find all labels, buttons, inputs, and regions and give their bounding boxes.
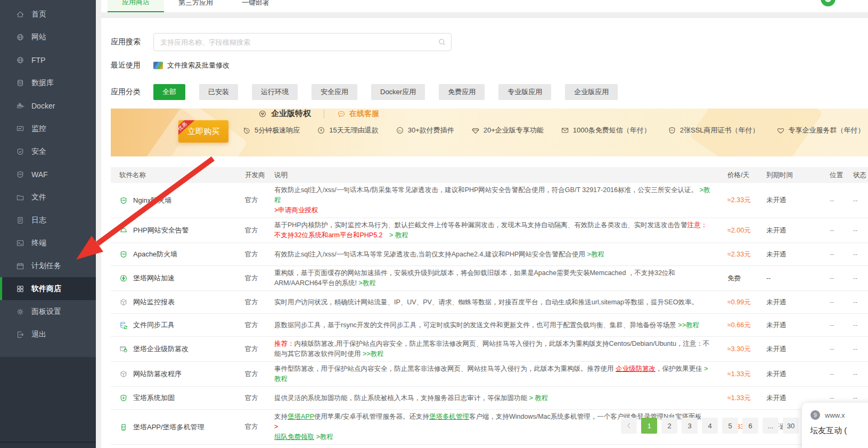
app-name[interactable]: 堡塔企业级防篡改 — [111, 344, 245, 354]
category-button-6[interactable]: 专业版应用 — [498, 84, 551, 100]
sidebar-item-security[interactable]: 安全 — [0, 140, 96, 163]
tab-app-store[interactable]: 应用商店 — [108, 0, 164, 12]
sidebar-item-logout[interactable]: 退出 — [0, 323, 96, 346]
recent-app-name: 文件搜索及批量修改 — [167, 61, 230, 70]
page-button-4[interactable]: 4 — [702, 418, 718, 434]
sidebar-item-docker[interactable]: Docker — [0, 94, 96, 117]
app-expire: 未开通 — [758, 250, 821, 259]
clock-bolt-icon — [242, 126, 251, 135]
page-button-3[interactable]: 3 — [682, 418, 698, 434]
desc-link[interactable]: 推荐： — [274, 340, 294, 347]
desc-link[interactable]: >教程 — [316, 433, 333, 441]
buy-now-button[interactable]: 优惠 立即购买 — [178, 120, 228, 143]
desc-link[interactable]: >>教程 — [363, 350, 384, 358]
desc-link[interactable]: 堡塔APP — [288, 413, 314, 420]
desc-link[interactable]: 企业级防篡改 — [616, 365, 656, 372]
app-status: -- — [845, 370, 868, 378]
page-button-6[interactable]: 6 — [742, 418, 758, 434]
page-button-5[interactable]: 5 — [722, 418, 738, 434]
page-button-30[interactable]: 30 — [783, 418, 799, 434]
category-button-1[interactable]: 已安装 — [199, 84, 238, 100]
desc-link[interactable]: > — [274, 423, 278, 430]
perk-label: 1000条免费短信（年付） — [573, 126, 651, 135]
diamond-icon — [471, 126, 480, 135]
desc-link[interactable]: >>教程 — [678, 321, 699, 329]
category-button-3[interactable]: 安全应用 — [312, 84, 357, 100]
desc-link[interactable]: >教程 — [358, 279, 375, 287]
sidebar-item-site[interactable]: 网站 — [0, 26, 96, 48]
app-name[interactable]: WAFNginx防火墙 — [111, 196, 245, 205]
app-expire: 未开通 — [758, 298, 821, 307]
privilege-badge-icon — [258, 110, 267, 118]
desc-link[interactable]: >教程 — [587, 251, 604, 258]
desc-link[interactable]: > 教程 — [529, 394, 548, 402]
online-support-link[interactable]: 在线客服 — [337, 109, 379, 119]
app-name[interactable]: 网站监控报表 — [111, 297, 245, 307]
desc-text: 有效防止sql注入/xss/一句话木马/防采集等常见渗透攻击，建议和PHP网站安… — [274, 186, 699, 194]
app-name-label: 网站防篡改程序 — [133, 369, 182, 379]
app-name[interactable]: 宝塔系统加固 — [111, 393, 245, 403]
sidebar-item-cron[interactable]: 计划任务 — [0, 254, 96, 277]
search-box — [153, 33, 452, 51]
tab-one-click[interactable]: 一键部署 — [227, 0, 284, 12]
app-name[interactable]: 网站防篡改程序 — [111, 369, 245, 379]
app-price: ≈1.33元 — [719, 394, 758, 403]
app-vendor: 官方 — [245, 321, 274, 330]
sidebar-item-store[interactable]: 软件商店 — [0, 277, 96, 300]
sidebar-item-ftp[interactable]: FTP — [0, 48, 96, 71]
sidebar-item-waf[interactable]: WAFWAF — [0, 163, 96, 186]
banner-titles: 企业版特权 在线客服 — [242, 109, 868, 119]
category-button-2[interactable]: 运行环境 — [252, 84, 298, 100]
table-row: 堡塔网站加速官方重构版，基于页面缓存的网站加速插件，安装或升级到此版本，将会卸载… — [111, 266, 868, 291]
pagination: 123456...30 — [621, 418, 799, 434]
app-expire: 未开通 — [758, 321, 821, 330]
app-status: -- — [845, 251, 868, 258]
svg-text:SSL: SSL — [670, 129, 674, 131]
app-name[interactable]: WAFApache防火墙 — [111, 250, 245, 259]
sidebar-item-label: 网站 — [31, 32, 46, 42]
sidebar-item-logs[interactable]: 日志 — [0, 209, 96, 231]
desc-link[interactable]: >申请商业授权 — [274, 206, 318, 214]
category-button-5[interactable]: 免费应用 — [439, 84, 485, 100]
desc-link[interactable]: 堡塔多机管理 — [429, 413, 469, 420]
sidebar-item-monitor[interactable]: 监控 — [0, 117, 96, 140]
software-store-panel: 应用搜索 最近使用 文件搜索及批量修改 应用分类 全部已安装运行环境安全应用Do… — [101, 18, 868, 448]
page-button-1[interactable]: 1 — [641, 418, 657, 434]
app-location: -- — [821, 227, 845, 234]
software-table: 软件名称开发商说明价格/天到期时间位置状态 WAFNginx防火墙官方有效防止s… — [111, 167, 868, 445]
notification-popup[interactable]: 9 www.x 坛友互动 ( — [802, 403, 868, 448]
column-header: 状态 — [845, 171, 868, 180]
sidebar-item-terminal[interactable]: 终端 — [0, 231, 96, 254]
recent-app-item[interactable]: 文件搜索及批量修改 — [153, 61, 230, 70]
store-grid-icon — [15, 285, 24, 293]
home-icon — [15, 10, 24, 19]
category-button-4[interactable]: Docker应用 — [371, 84, 425, 100]
main-area: 应用商店第三方应用一键部署 应用搜索 最近使用 文件搜索及批量修改 应用分类 — [96, 0, 868, 448]
sidebar-item-label: 数据库 — [31, 78, 54, 88]
sidebar-item-files[interactable]: 文件 — [0, 186, 96, 209]
app-name[interactable]: PHP网站安全告警 — [111, 226, 245, 235]
app-status: -- — [845, 275, 868, 282]
sidebar-item-home[interactable]: 首页 — [0, 3, 96, 26]
app-name[interactable]: 堡塔网站加速 — [111, 273, 245, 283]
page-prev-button[interactable] — [621, 418, 637, 434]
search-input[interactable] — [153, 33, 452, 51]
app-name[interactable]: APP堡塔APP/堡塔多机管理 — [111, 422, 245, 432]
sidebar-item-database[interactable]: 数据库 — [0, 71, 96, 94]
app-price: ≈0.66元 — [719, 321, 758, 330]
app-price: ≈0.99元 — [719, 298, 758, 307]
page-background-strip — [101, 12, 868, 18]
app-name[interactable]: 文件同步工具 — [111, 320, 245, 330]
sidebar-item-settings[interactable]: 面板设置 — [0, 300, 96, 323]
perk-label: 5分钟极速响应 — [255, 126, 300, 135]
search-icon[interactable] — [438, 38, 446, 48]
page-button-2[interactable]: 2 — [661, 418, 677, 434]
category-label: 应用分类 — [111, 87, 153, 97]
cube-icon — [119, 298, 128, 306]
desc-link[interactable]: > 教程 — [389, 231, 408, 239]
category-button-0[interactable]: 全部 — [153, 84, 185, 100]
desc-link[interactable]: 组队免费领取 — [274, 433, 314, 441]
tab-third-party[interactable]: 第三方应用 — [164, 0, 227, 12]
category-button-7[interactable]: 企业版应用 — [565, 84, 618, 100]
perk-item: 1000条免费短信（年付） — [561, 126, 651, 135]
